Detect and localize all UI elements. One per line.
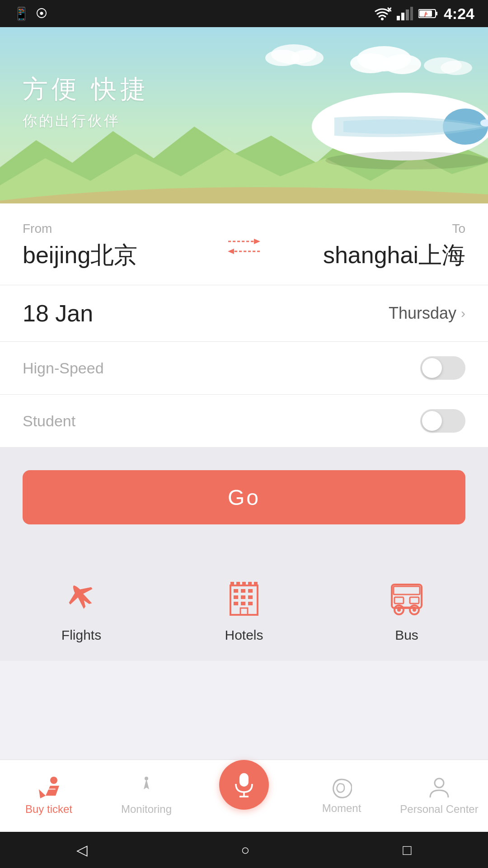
- system-bar: ◁ ○ □: [0, 832, 488, 868]
- svg-rect-41: [230, 582, 234, 586]
- status-bar: 📱 ⦿ 4:24: [0, 0, 488, 27]
- buy-ticket-icon: [37, 777, 61, 799]
- student-row[interactable]: Student: [0, 395, 488, 448]
- day-display[interactable]: Thursday ›: [389, 304, 465, 323]
- flights-icon: [59, 574, 104, 619]
- svg-rect-37: [234, 602, 238, 605]
- status-time: 4:24: [444, 5, 474, 23]
- moment-label: Moment: [322, 802, 361, 815]
- quick-item-flights[interactable]: Flights: [59, 574, 104, 643]
- svg-rect-43: [242, 582, 246, 586]
- route-from[interactable]: From beijing北京: [23, 222, 212, 271]
- nav-monitoring[interactable]: Monitoring: [98, 777, 195, 816]
- wifi-icon: [373, 7, 391, 20]
- high-speed-row[interactable]: Hign-Speed: [0, 342, 488, 395]
- buy-ticket-label: Buy ticket: [25, 803, 72, 816]
- personal-center-label: Personal Center: [400, 803, 478, 816]
- personal-center-icon: [429, 777, 449, 799]
- date-section[interactable]: 18 Jan Thursday ›: [0, 285, 488, 342]
- svg-rect-44: [248, 582, 252, 586]
- nav-mic[interactable]: [195, 783, 293, 810]
- back-button[interactable]: ◁: [76, 841, 88, 859]
- svg-rect-5: [406, 9, 409, 20]
- svg-point-25: [325, 151, 488, 170]
- svg-rect-31: [234, 589, 238, 593]
- quick-access: Flights: [0, 565, 488, 661]
- svg-point-51: [397, 608, 401, 612]
- hero-title: 方便 快捷: [23, 72, 149, 107]
- svg-point-61: [435, 778, 444, 788]
- svg-rect-4: [401, 13, 404, 20]
- svg-rect-35: [241, 595, 245, 599]
- svg-rect-40: [240, 608, 248, 615]
- svg-rect-32: [241, 589, 245, 593]
- moment-icon: [331, 778, 352, 798]
- svg-marker-27: [254, 239, 260, 244]
- svg-rect-36: [248, 595, 253, 599]
- mic-button[interactable]: [219, 760, 269, 810]
- student-knob: [422, 411, 442, 431]
- nav-moment[interactable]: Moment: [293, 778, 390, 815]
- bus-icon: [384, 574, 429, 619]
- sim-icon: 📱: [14, 6, 29, 21]
- bus-label: Bus: [395, 627, 418, 643]
- to-city[interactable]: shanghai上海: [276, 240, 465, 271]
- route-section[interactable]: From beijing北京 To shanghai上海: [0, 203, 488, 285]
- svg-rect-45: [254, 582, 258, 586]
- quick-item-hotels[interactable]: Hotels: [221, 574, 267, 643]
- hotels-icon: [221, 574, 267, 619]
- date-chevron-icon: ›: [461, 306, 465, 321]
- nav-personal-center[interactable]: Personal Center: [390, 777, 488, 816]
- flights-label: Flights: [61, 627, 101, 643]
- monitoring-icon: [136, 777, 156, 799]
- hotels-label: Hotels: [225, 627, 263, 643]
- svg-point-53: [413, 608, 416, 612]
- battery-icon: [418, 8, 438, 19]
- hero-subtitle: 你的出行伙伴: [23, 111, 149, 131]
- hero-text: 方便 快捷 你的出行伙伴: [23, 72, 149, 131]
- svg-rect-33: [248, 589, 253, 593]
- svg-rect-42: [236, 582, 240, 586]
- quick-item-bus[interactable]: Bus: [384, 574, 429, 643]
- student-label: Student: [23, 412, 75, 430]
- high-speed-toggle[interactable]: [420, 356, 465, 380]
- train-illustration: [244, 63, 488, 181]
- home-button[interactable]: ○: [241, 842, 249, 859]
- svg-rect-39: [248, 602, 253, 605]
- date-display: 18 Jan: [23, 300, 93, 327]
- svg-rect-48: [394, 597, 404, 604]
- svg-rect-47: [394, 586, 420, 594]
- status-right-icons: 4:24: [373, 5, 474, 23]
- swap-arrows-icon: [226, 235, 262, 258]
- svg-point-0: [381, 18, 384, 20]
- nav-buy-ticket[interactable]: Buy ticket: [0, 777, 98, 816]
- high-speed-label: Hign-Speed: [23, 359, 104, 377]
- mic-icon: [232, 771, 256, 798]
- svg-marker-29: [228, 249, 234, 254]
- gray-section: Go: [0, 448, 488, 565]
- bottom-nav: Buy ticket Monitoring: [0, 760, 488, 832]
- student-toggle[interactable]: [420, 409, 465, 433]
- from-label: From: [23, 222, 212, 236]
- svg-rect-8: [436, 12, 437, 15]
- svg-rect-49: [410, 597, 419, 604]
- main-content: From beijing北京 To shanghai上海 18 Jan Thur…: [0, 203, 488, 661]
- to-label: To: [276, 222, 465, 236]
- svg-rect-3: [397, 16, 400, 20]
- svg-point-57: [145, 777, 148, 780]
- high-speed-knob: [422, 358, 442, 378]
- from-city[interactable]: beijing北京: [23, 240, 212, 271]
- svg-rect-46: [392, 585, 422, 608]
- go-button[interactable]: Go: [23, 470, 465, 524]
- svg-rect-56: [45, 788, 56, 790]
- route-to[interactable]: To shanghai上海: [276, 222, 465, 271]
- recents-button[interactable]: □: [403, 842, 411, 859]
- status-left-icons: 📱 ⦿: [14, 6, 47, 21]
- hero-banner: 方便 快捷 你的出行伙伴: [0, 27, 488, 203]
- signal-icon: [397, 7, 413, 20]
- svg-rect-34: [234, 595, 238, 599]
- day-text: Thursday: [389, 304, 456, 323]
- svg-rect-58: [239, 773, 249, 787]
- svg-rect-6: [410, 7, 413, 20]
- route-swap-button[interactable]: [212, 235, 276, 258]
